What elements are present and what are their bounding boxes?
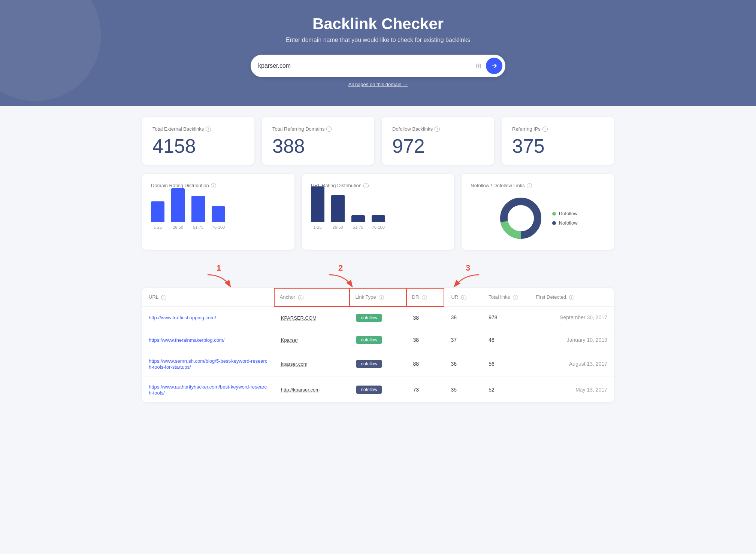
annotation-arrow-3 [449, 273, 487, 288]
search-button[interactable] [486, 58, 502, 74]
info-icon-dr[interactable]: i [422, 295, 427, 300]
annotation-3: 3 [449, 263, 487, 288]
page-subtitle: Enter domain name that you would like to… [7, 37, 749, 43]
url-link-2[interactable]: https://www.semrush.com/blog/5-best-keyw… [149, 358, 267, 370]
bar-26-50 [171, 188, 185, 222]
cell-anchor-0: KPARSER.COM [274, 307, 350, 329]
cell-ur-2: 36 [444, 351, 482, 377]
bar-51-75 [191, 196, 205, 222]
info-icon-dofollow[interactable]: i [435, 127, 440, 132]
table-row: https://www.therainmakerblog.com/ Kparse… [142, 329, 614, 351]
th-first-detected: First Detected i [529, 288, 614, 307]
annotation-2: 2 [326, 263, 356, 288]
info-icon-ur[interactable]: i [461, 295, 466, 300]
info-icon-anchor[interactable]: i [298, 295, 303, 300]
table-row: https://www.authorityhacker.com/best-key… [142, 377, 614, 402]
url-link-1[interactable]: https://www.therainmakerblog.com/ [149, 337, 224, 343]
bar-label-26-50: 26-50 [173, 225, 183, 229]
url-bar-group-1-25: 1-25 [311, 186, 324, 229]
stat-card-backlinks: Total External Backlinks i 4158 [142, 117, 254, 165]
badge-2: nofollow [356, 360, 382, 368]
info-icon-domains[interactable]: i [326, 127, 332, 132]
cell-ur-1: 37 [444, 329, 482, 351]
url-link-0[interactable]: http://www.trafficshopping.com/ [149, 315, 216, 320]
url-bar-group-51-75: 51-75 [351, 215, 365, 229]
th-anchor: Anchor i [274, 288, 350, 307]
info-icon-link-type[interactable]: i [379, 295, 384, 300]
info-icon-url-rating[interactable]: i [363, 183, 369, 188]
main-content: Total External Backlinks i 4158 Total Re… [134, 106, 622, 414]
badge-0: dofollow [356, 314, 382, 322]
stat-label-backlinks: Total External Backlinks i [152, 126, 244, 132]
badge-3: nofollow [356, 386, 382, 394]
info-icon-backlinks[interactable]: i [206, 127, 211, 132]
bar-label-1-25: 1-25 [154, 225, 162, 229]
info-icon-url[interactable]: i [161, 295, 166, 300]
annotation-number-2: 2 [338, 263, 343, 273]
annotation-arrow-2 [326, 273, 356, 288]
cell-detected-0: September 30, 2017 [529, 307, 614, 329]
search-input[interactable] [258, 63, 476, 69]
th-url: URL i [142, 288, 274, 307]
legend-dofollow: Dofollow [552, 211, 578, 216]
search-bar: ⊞ [251, 55, 505, 77]
anchor-text-2: kparser.com [281, 361, 308, 367]
url-bar-76-100 [372, 215, 385, 222]
url-link-3[interactable]: https://www.authorityhacker.com/best-key… [149, 384, 267, 396]
annotation-1: 1 [204, 263, 234, 288]
cell-total-0: 978 [482, 307, 529, 329]
info-icon-ips[interactable]: i [542, 127, 548, 132]
url-bar-26-50 [331, 195, 345, 222]
table-row: https://www.semrush.com/blog/5-best-keyw… [142, 351, 614, 377]
cell-total-2: 56 [482, 351, 529, 377]
search-filter: All pages on this domain → [7, 82, 749, 87]
bar-group-26-50: 26-50 [171, 188, 185, 229]
nofollow-dofollow-title: Nofollow / Dofollow Links i [471, 183, 605, 188]
stat-label-ips: Referring IPs i [512, 126, 604, 132]
grid-icon: ⊞ [476, 62, 481, 70]
stat-value-dofollow: 972 [392, 136, 484, 156]
url-bar-label-76-100: 76-100 [372, 225, 385, 229]
nofollow-dofollow-chart: Nofollow / Dofollow Links i Dofollow [462, 174, 614, 250]
legend-dot-nofollow [552, 221, 556, 225]
url-bar-label-26-50: 26-50 [333, 225, 343, 229]
info-icon-first-detected[interactable]: i [569, 295, 574, 300]
domain-rating-bars: 1-25 26-50 51-75 76-100 [151, 196, 285, 237]
page-title: Backlink Checker [7, 15, 749, 33]
donut-container: Dofollow Nofollow [471, 196, 605, 241]
bar-group-51-75: 51-75 [191, 196, 205, 229]
url-bar-51-75 [351, 215, 365, 222]
url-rating-chart: URL Rating Distribution i 1-25 26-50 51-… [302, 174, 454, 250]
annotation-arrow-1 [204, 273, 234, 288]
anchor-text-3: http://kparser.com [281, 387, 320, 393]
cell-ur-0: 38 [444, 307, 482, 329]
bar-label-51-75: 51-75 [193, 225, 203, 229]
stat-value-domains: 388 [272, 136, 364, 156]
page-header: Backlink Checker Enter domain name that … [0, 0, 756, 106]
cell-total-1: 48 [482, 329, 529, 351]
info-icon-domain-rating[interactable]: i [211, 183, 216, 188]
cell-dr-3: 73 [406, 377, 444, 402]
cell-detected-1: January 10, 2019 [529, 329, 614, 351]
cell-anchor-1: Kparser [274, 329, 350, 351]
cell-dr-2: 88 [406, 351, 444, 377]
anchor-text-0: KPARSER.COM [281, 315, 317, 321]
url-bar-group-76-100: 76-100 [372, 215, 385, 229]
info-icon-total-links[interactable]: i [513, 295, 518, 300]
stat-label-domains: Total Referring Domains i [272, 126, 364, 132]
donut-legend: Dofollow Nofollow [552, 211, 578, 226]
table-section-wrapper: 1 2 [142, 261, 614, 402]
cell-url-2: https://www.semrush.com/blog/5-best-keyw… [142, 351, 274, 377]
info-icon-nf-df[interactable]: i [527, 183, 532, 188]
cell-url-3: https://www.authorityhacker.com/best-key… [142, 377, 274, 402]
anchor-text-1: Kparser [281, 337, 298, 343]
cell-total-3: 52 [482, 377, 529, 402]
charts-grid: Domain Rating Distribution i 1-25 26-50 … [142, 174, 614, 250]
cell-url-0: http://www.trafficshopping.com/ [142, 307, 274, 329]
cell-detected-2: August 13, 2017 [529, 351, 614, 377]
url-bar-label-1-25: 1-25 [314, 225, 322, 229]
legend-dot-dofollow [552, 212, 556, 216]
cell-link-type-3: nofollow [350, 377, 406, 402]
stat-value-ips: 375 [512, 136, 604, 156]
bar-76-100 [212, 206, 225, 222]
